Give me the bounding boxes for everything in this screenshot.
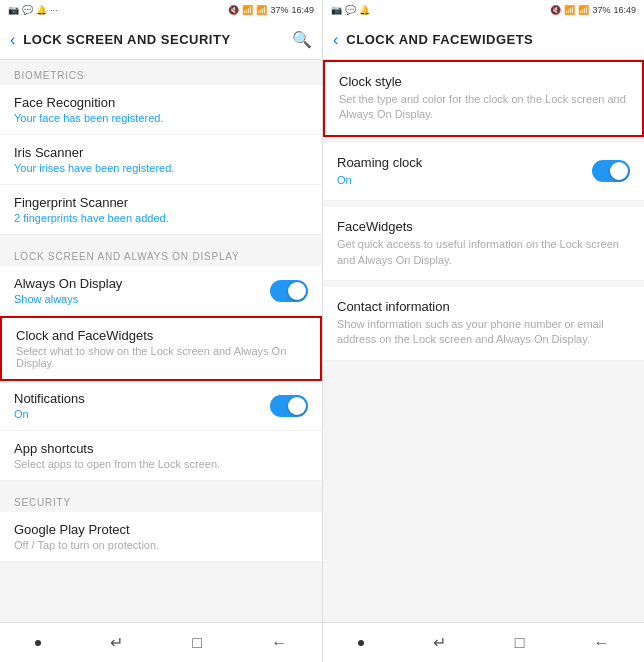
iris-scanner-title: Iris Scanner [14,145,308,160]
right-signal-icon: 📶 [564,5,575,15]
notifications-item[interactable]: Notifications On [0,381,322,431]
camera-icon: 📷 [8,5,19,15]
right-nav-back[interactable]: ← [593,634,609,652]
app-shortcuts-item[interactable]: App shortcuts Select apps to open from t… [0,431,322,481]
always-on-display-title: Always On Display [14,276,270,291]
right-time-text: 16:49 [613,5,636,15]
roaming-clock-toggle[interactable] [592,160,630,182]
left-nav-home[interactable] [35,640,41,646]
left-nav-bar: ↵ □ ← [0,622,322,662]
right-nav-recents[interactable]: ↵ [433,633,446,652]
right-status-bar: 📷 💬 🔔 🔇 📶 📶 37% 16:49 [323,0,644,20]
notification-icon: 🔔 [36,5,47,15]
fingerprint-scanner-sub: 2 fingerprints have been added. [14,212,308,224]
message-icon: 💬 [22,5,33,15]
clock-style-title: Clock style [339,74,628,89]
contact-info-item[interactable]: Contact information Show information suc… [323,287,644,361]
face-recognition-title: Face Recognition [14,95,308,110]
left-nav-back[interactable]: ← [271,634,287,652]
contact-info-title: Contact information [337,299,630,314]
left-panel: 📷 💬 🔔 ··· 🔇 📶 📶 37% 16:49 ‹ LOCK SCREEN … [0,0,322,662]
clock-facewidgets-item[interactable]: Clock and FaceWidgets Select what to sho… [0,316,322,381]
fingerprint-scanner-title: Fingerprint Scanner [14,195,308,210]
right-nav-overview[interactable]: □ [515,634,525,652]
clock-facewidgets-title: Clock and FaceWidgets [16,328,306,343]
right-top-bar: ‹ CLOCK AND FACEWIDGETS [323,20,644,60]
app-shortcuts-title: App shortcuts [14,441,308,456]
always-on-display-item[interactable]: Always On Display Show always [0,266,322,316]
iris-scanner-sub: Your irises have been registered. [14,162,308,174]
always-on-display-sub: Show always [14,293,270,305]
more-icon: ··· [50,5,58,15]
right-notification-icon: 🔔 [359,5,370,15]
left-status-right: 🔇 📶 📶 37% 16:49 [228,5,314,15]
right-wifi-icon: 📶 [578,5,589,15]
right-nav-home[interactable] [358,640,364,646]
right-mute-icon: 🔇 [550,5,561,15]
left-status-icons: 📷 💬 🔔 ··· [8,5,58,15]
right-battery-text: 37% [592,5,610,15]
signal-icon: 📶 [242,5,253,15]
right-panel: 📷 💬 🔔 🔇 📶 📶 37% 16:49 ‹ CLOCK AND FACEWI… [322,0,644,662]
google-play-protect-title: Google Play Protect [14,522,308,537]
left-top-bar: ‹ LOCK SCREEN AND SECURITY 🔍 [0,20,322,60]
roaming-clock-title: Roaming clock [337,155,592,170]
notifications-title: Notifications [14,391,270,406]
clock-style-item[interactable]: Clock style Set the type and color for t… [323,60,644,137]
iris-scanner-item[interactable]: Iris Scanner Your irises have been regis… [0,135,322,185]
contact-info-sub: Show information such as your phone numb… [337,317,630,348]
mute-icon: 🔇 [228,5,239,15]
face-recognition-sub: Your face has been registered. [14,112,308,124]
face-widgets-item[interactable]: FaceWidgets Get quick access to useful i… [323,207,644,281]
google-play-protect-item[interactable]: Google Play Protect Off / Tap to turn on… [0,512,322,562]
left-status-bar: 📷 💬 🔔 ··· 🔇 📶 📶 37% 16:49 [0,0,322,20]
left-nav-recents[interactable]: ↵ [110,633,123,652]
notifications-toggle[interactable] [270,395,308,417]
lock-screen-section-label: LOCK SCREEN AND ALWAYS ON DISPLAY [0,241,322,266]
battery-text: 37% [270,5,288,15]
clock-facewidgets-sub: Select what to show on the Lock screen a… [16,345,306,369]
biometrics-section-label: BIOMETRICS [0,60,322,85]
left-screen-title: LOCK SCREEN AND SECURITY [23,32,292,47]
face-recognition-item[interactable]: Face Recognition Your face has been regi… [0,85,322,135]
right-status-right: 🔇 📶 📶 37% 16:49 [550,5,636,15]
wifi-icon: 📶 [256,5,267,15]
face-widgets-sub: Get quick access to useful information o… [337,237,630,268]
left-back-button[interactable]: ‹ [10,31,15,49]
always-on-display-toggle[interactable] [270,280,308,302]
fingerprint-scanner-item[interactable]: Fingerprint Scanner 2 fingerprints have … [0,185,322,235]
right-nav-bar: ↵ □ ← [323,622,644,662]
roaming-clock-sub: On [337,173,592,188]
time-text: 16:49 [291,5,314,15]
roaming-clock-item[interactable]: Roaming clock On [323,143,644,201]
right-screen-title: CLOCK AND FACEWIDGETS [346,32,634,47]
left-nav-overview[interactable]: □ [192,634,202,652]
notifications-sub: On [14,408,270,420]
security-section-label: SECURITY [0,487,322,512]
google-play-protect-sub: Off / Tap to turn on protection. [14,539,308,551]
right-camera-icon: 📷 [331,5,342,15]
right-status-icons: 📷 💬 🔔 [331,5,370,15]
face-widgets-title: FaceWidgets [337,219,630,234]
left-search-icon[interactable]: 🔍 [292,30,312,49]
app-shortcuts-sub: Select apps to open from the Lock screen… [14,458,308,470]
right-message-icon: 💬 [345,5,356,15]
right-back-button[interactable]: ‹ [333,31,338,49]
clock-style-sub: Set the type and color for the clock on … [339,92,628,123]
